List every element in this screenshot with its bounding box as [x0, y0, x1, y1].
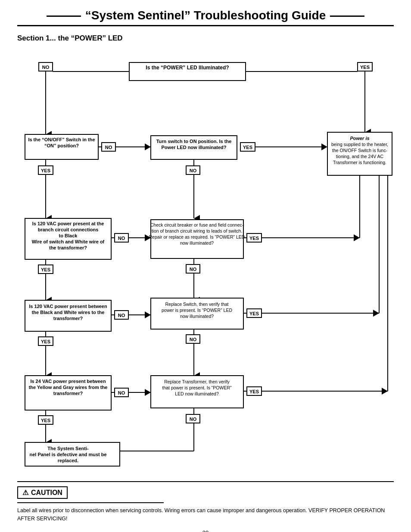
- svg-text:that power is present. Is “POW: that power is present. Is “POWER”: [162, 385, 232, 390]
- svg-text:YES: YES: [243, 145, 252, 150]
- svg-rect-47: [115, 233, 128, 242]
- svg-text:Is 120 VAC power present betwe: Is 120 VAC power present between: [29, 304, 107, 309]
- svg-rect-51: [151, 220, 243, 258]
- svg-text:branch circuit connections: branch circuit connections: [38, 227, 99, 232]
- svg-text:Replace Transformer, then veri: Replace Transformer, then verify: [164, 379, 230, 384]
- svg-rect-94: [25, 376, 111, 410]
- svg-text:tion of branch circuit wiring : tion of branch circuit wiring to leads o…: [152, 228, 243, 233]
- svg-text:YES: YES: [249, 389, 259, 394]
- svg-rect-37: [186, 166, 200, 174]
- svg-rect-98: [115, 388, 128, 397]
- svg-text:Is the “POWER” LED Illuminated: Is the “POWER” LED Illuminated?: [146, 65, 229, 71]
- svg-text:transformer?: transformer?: [53, 316, 83, 321]
- svg-text:the Black and White wires to t: the Black and White wires to the: [32, 310, 105, 315]
- caution-header: ⚠ CAUTION: [17, 486, 68, 499]
- svg-rect-115: [186, 414, 200, 423]
- svg-rect-111: [38, 416, 53, 424]
- caution-label: CAUTION: [31, 489, 62, 497]
- svg-text:NO: NO: [105, 145, 112, 150]
- svg-text:Is the “ON/OFF” Switch in the: Is the “ON/OFF” Switch in the: [28, 137, 95, 142]
- svg-text:tioning, and the 24V AC: tioning, and the 24V AC: [336, 154, 384, 159]
- svg-rect-121: [25, 442, 120, 466]
- svg-text:NO: NO: [118, 390, 125, 395]
- svg-text:the Yellow and Gray wires from: the Yellow and Gray wires from the: [29, 385, 108, 390]
- caution-icon: ⚠: [22, 488, 28, 497]
- svg-rect-21: [151, 136, 237, 159]
- svg-text:NO: NO: [190, 337, 197, 342]
- svg-text:power is present. Is “POWER” L: power is present. Is “POWER” LED: [162, 308, 232, 313]
- svg-text:YES: YES: [41, 418, 50, 423]
- svg-rect-27: [327, 132, 392, 175]
- svg-rect-61: [38, 265, 53, 274]
- svg-text:Wire of switch and White wire : Wire of switch and White wire of: [32, 239, 105, 244]
- svg-text:YES: YES: [41, 267, 50, 272]
- svg-rect-86: [38, 337, 53, 345]
- svg-text:NO: NO: [190, 267, 197, 272]
- svg-text:YES: YES: [249, 311, 259, 316]
- svg-rect-17: [102, 143, 115, 151]
- svg-text:Replace Switch, then verify th: Replace Switch, then verify that: [165, 302, 228, 307]
- svg-text:YES: YES: [41, 339, 50, 344]
- svg-text:now illuminated?: now illuminated?: [180, 314, 214, 319]
- svg-rect-14: [25, 134, 98, 159]
- svg-rect-4: [129, 62, 246, 81]
- svg-text:Is 120 VAC power present at th: Is 120 VAC power present at the: [32, 221, 104, 226]
- section-title: Section 1... the “POWER” LED: [17, 34, 394, 43]
- svg-text:YES: YES: [249, 236, 259, 241]
- svg-text:Turn switch to ON position. Is: Turn switch to ON position. Is the: [156, 139, 232, 144]
- svg-rect-106: [247, 387, 262, 395]
- svg-text:the transformer?: the transformer?: [49, 245, 87, 250]
- caution-section: ⚠ CAUTION Label all wires prior to disco…: [17, 481, 394, 523]
- flowchart: Is the “POWER” LED Illuminated? NO YES I…: [17, 50, 394, 468]
- svg-text:YES: YES: [41, 168, 50, 173]
- svg-text:NO: NO: [118, 236, 125, 241]
- svg-text:nel Panel is defective and mus: nel Panel is defective and must be: [29, 452, 106, 457]
- svg-text:NO: NO: [42, 65, 50, 70]
- svg-text:Power LED now illuminated?: Power LED now illuminated?: [162, 145, 227, 150]
- svg-text:the ON/OFF Switch is func-: the ON/OFF Switch is func-: [332, 148, 387, 153]
- svg-text:now illuminated?: now illuminated?: [180, 240, 214, 246]
- svg-rect-33: [38, 166, 53, 174]
- svg-rect-69: [25, 300, 111, 331]
- svg-text:NO: NO: [190, 417, 197, 422]
- svg-text:being supplied to the heater,: being supplied to the heater,: [331, 142, 388, 147]
- page-title: “System Sentinel” Troubleshooting Guide: [17, 9, 394, 26]
- svg-text:NO: NO: [118, 313, 125, 318]
- svg-rect-90: [186, 335, 200, 343]
- svg-text:transformer?: transformer?: [53, 391, 83, 396]
- svg-text:Repair or replace as required.: Repair or replace as required. Is “POWER…: [149, 234, 245, 240]
- svg-text:Is 24 VAC power present betwee: Is 24 VAC power present between: [30, 379, 106, 384]
- page-number: 20: [17, 529, 394, 532]
- svg-text:NO: NO: [190, 168, 197, 173]
- svg-text:replaced.: replaced.: [58, 458, 78, 463]
- svg-rect-81: [247, 309, 262, 317]
- svg-rect-8: [358, 62, 372, 71]
- svg-text:Power  is: Power is: [350, 136, 369, 141]
- svg-rect-41: [25, 218, 111, 259]
- svg-rect-77: [151, 298, 243, 329]
- svg-text:YES: YES: [360, 65, 370, 70]
- svg-rect-24: [240, 143, 255, 151]
- caution-text: Label all wires prior to disconnection w…: [17, 507, 394, 523]
- svg-text:to Black: to Black: [59, 233, 78, 238]
- svg-text:“ON” position?: “ON” position?: [44, 143, 79, 148]
- svg-rect-65: [186, 264, 200, 273]
- svg-rect-6: [39, 62, 53, 71]
- svg-rect-56: [247, 233, 262, 242]
- svg-rect-102: [151, 376, 243, 408]
- svg-text:Check circuit breaker or fuse : Check circuit breaker or fuse and field …: [150, 222, 244, 227]
- svg-text:Transformer is functioning.: Transformer is functioning.: [333, 160, 386, 165]
- svg-text:The System Senti-: The System Senti-: [47, 446, 89, 451]
- svg-rect-73: [115, 311, 128, 319]
- svg-text:LED now illuminated?: LED now illuminated?: [175, 391, 219, 396]
